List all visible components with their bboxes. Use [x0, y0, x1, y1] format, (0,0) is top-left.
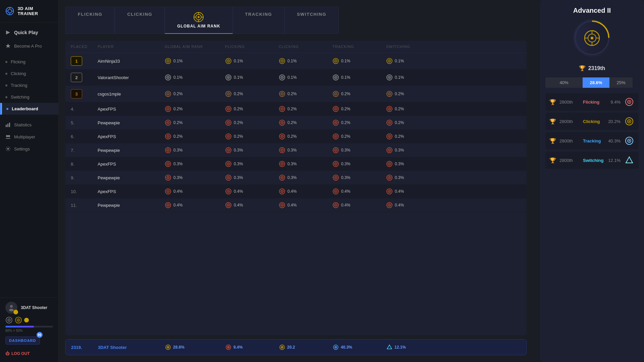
svg-point-75: [168, 109, 169, 110]
svg-point-30: [168, 61, 169, 62]
stat-icon-3: [624, 155, 635, 166]
multiplayer-icon: [5, 134, 11, 139]
user-icons-row: [5, 316, 53, 324]
quick-play-label: Quick Play: [14, 30, 38, 35]
cell-clicking: 0.4%: [279, 188, 332, 195]
cell-player: ApexFPS: [98, 189, 165, 194]
become-pro-icon: [5, 43, 11, 49]
stat-row: 🏆 2800th Flicking 9.4%: [545, 93, 639, 111]
stat-pct-0: 9.4%: [610, 100, 621, 105]
svg-point-159: [335, 177, 336, 178]
rank-circle-area: [545, 18, 639, 59]
tab-flicking[interactable]: FLICKING: [65, 7, 115, 34]
svg-point-105: [168, 136, 169, 137]
gold-dot: [24, 318, 29, 322]
sidebar-nav: Quick Play Become A Pro Flicking Clickin…: [0, 22, 58, 297]
sidebar-item-switching[interactable]: Switching: [0, 91, 58, 103]
svg-point-186: [282, 205, 283, 206]
cell-player: ApexFPS: [98, 162, 165, 167]
svg-point-1: [8, 9, 12, 13]
my-name: 3DAT Shooter: [98, 345, 165, 350]
svg-point-129: [335, 150, 336, 151]
my-switching-val: 12.1%: [394, 345, 406, 350]
svg-point-11: [8, 135, 10, 137]
svg-marker-6: [6, 44, 10, 48]
sidebar-item-tracking[interactable]: Tracking: [0, 79, 58, 91]
sidebar-item-flicking[interactable]: Flicking: [0, 56, 58, 68]
sidebar-item-settings[interactable]: Settings: [0, 143, 58, 155]
cell-gar: 0.4%: [165, 188, 225, 195]
tab-global-label: GLOBAL AIM RANK: [177, 24, 220, 28]
svg-point-36: [282, 61, 283, 62]
stat-trophy-3: 🏆: [549, 157, 556, 164]
cell-gar: 0.2%: [165, 90, 225, 97]
tab-global-aim[interactable]: GLOBAL AIM RANK: [165, 7, 232, 34]
svg-point-219: [629, 121, 630, 122]
svg-point-114: [335, 136, 336, 137]
cell-place: 11.: [71, 203, 98, 208]
col-gar: GLOBAL AIM RANK: [165, 45, 225, 49]
my-tracking: 40.3%: [333, 344, 386, 350]
logout-button[interactable]: ⏻ LOG OUT: [5, 349, 53, 358]
cell-tracking: 0.3%: [332, 147, 386, 154]
cell-clicking: 0.4%: [279, 202, 332, 208]
stat-trophy-0: 🏆: [549, 99, 556, 105]
user-avatar: [5, 302, 17, 314]
svg-point-20: [18, 320, 19, 321]
stat-rows: 🏆 2800th Flicking 9.4% 🏆 2800th Clicking…: [545, 91, 639, 171]
sidebar-item-quick-play[interactable]: Quick Play: [0, 26, 58, 39]
stat-label-2: Tracking: [583, 138, 605, 143]
cell-clicking: 0.2%: [279, 133, 332, 140]
sidebar-item-clicking[interactable]: Clicking: [0, 68, 58, 79]
right-panel: Advanced II: [540, 0, 644, 362]
tab-tracking[interactable]: TRACKING: [233, 7, 285, 34]
sidebar-item-leaderboard[interactable]: Leaderboard: [0, 103, 58, 115]
settings-label: Settings: [14, 146, 30, 152]
svg-point-156: [282, 177, 283, 178]
tab-clicking[interactable]: CLICKING: [115, 7, 165, 34]
cell-clicking: 0.1%: [279, 58, 332, 64]
dashboard-button[interactable]: DASHBOARD: [5, 337, 40, 345]
flicking-dot: [5, 61, 7, 63]
col-tracking: TRACKING: [332, 45, 386, 49]
cell-tracking: 0.3%: [332, 174, 386, 181]
svg-point-123: [228, 150, 229, 151]
cell-flicking: 0.4%: [225, 202, 279, 208]
cell-player: AimNinja33: [98, 59, 165, 64]
place-num: 4.: [71, 107, 98, 112]
stat-icon-2: [624, 135, 635, 146]
seg-mid: 28.6%: [583, 77, 609, 88]
sidebar-item-statistics[interactable]: Statistics: [0, 119, 58, 131]
xp-bar-fill: [5, 326, 34, 327]
cell-clicking: 0.2%: [279, 90, 332, 97]
table-row: 8. ApexFPS 0.3% 0.3% 0.3% 0.3% 0.3%: [65, 157, 527, 171]
tab-switching[interactable]: SWITCHING: [284, 7, 339, 34]
user-info: 3DAT Shooter: [5, 302, 53, 314]
cell-switching: 0.1%: [386, 74, 440, 81]
dashboard-btn-wrapper[interactable]: DASHBOARD 99: [5, 335, 40, 347]
svg-point-192: [389, 205, 390, 206]
cell-flicking: 0.3%: [225, 174, 279, 181]
multiplayer-label: Multiplayer: [14, 134, 35, 139]
sidebar-item-multiplayer[interactable]: Multiplayer: [0, 131, 58, 143]
svg-point-10: [6, 135, 8, 137]
cell-flicking: 0.2%: [225, 133, 279, 140]
svg-point-39: [335, 61, 336, 62]
logo-area: 3D AIM TRAINER: [0, 0, 58, 22]
sidebar-item-become-pro[interactable]: Become A Pro: [0, 40, 58, 52]
svg-point-147: [389, 164, 390, 165]
cell-flicking: 0.3%: [225, 147, 279, 154]
my-gar: 28.6%: [165, 344, 225, 350]
cell-gar: 0.1%: [165, 74, 225, 81]
cell-tracking: 0.3%: [332, 161, 386, 167]
table-row: 4. ApexFPS 0.2% 0.2% 0.2% 0.2% 0.2%: [65, 102, 527, 116]
col-player: PLAYER: [98, 45, 165, 49]
place-num: 11.: [71, 203, 98, 208]
svg-point-141: [282, 164, 283, 165]
svg-point-183: [228, 205, 229, 206]
svg-point-78: [228, 109, 229, 110]
cell-tracking: 0.2%: [332, 133, 386, 140]
svg-point-17: [9, 320, 10, 321]
stat-pct-3: 12.1%: [608, 158, 621, 163]
cell-flicking: 0.1%: [225, 58, 279, 64]
